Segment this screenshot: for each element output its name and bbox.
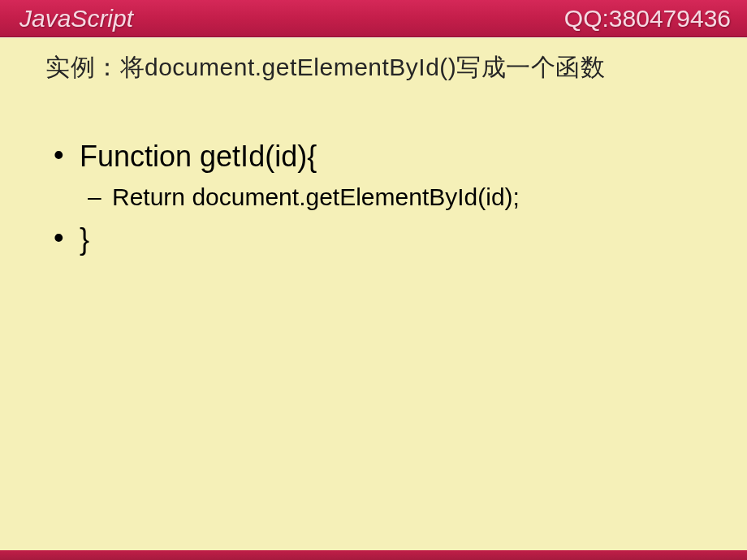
bullet-subitem: Return document.getElementById(id);: [49, 183, 747, 211]
header-qq: QQ:380479436: [564, 5, 731, 32]
bullet-item: Function getId(id){: [49, 140, 747, 174]
bullet-item: }: [49, 222, 747, 256]
slide-header: JavaScript QQ:380479436: [0, 0, 747, 37]
header-title: JavaScript: [19, 5, 133, 32]
bullet-list: Function getId(id){ Return document.getE…: [0, 140, 747, 256]
slide-content: 实例：将document.getElementById()写成一个函数 Func…: [0, 37, 747, 256]
slide-footer-bar: [0, 550, 747, 560]
slide-title: 实例：将document.getElementById()写成一个函数: [0, 51, 747, 84]
